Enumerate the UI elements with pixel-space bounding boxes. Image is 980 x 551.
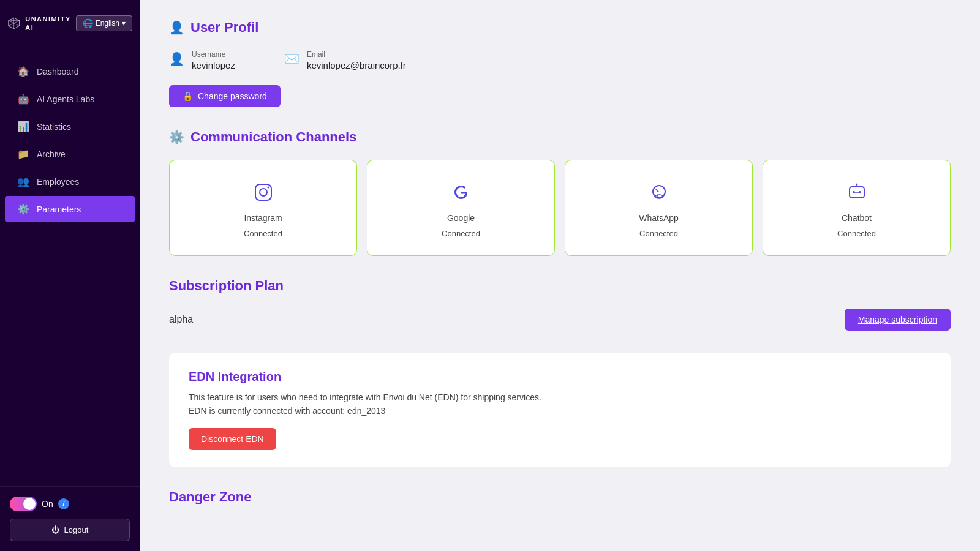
svg-point-8 — [267, 187, 269, 189]
chevron-down-icon: ▾ — [122, 19, 126, 28]
whatsapp-status: Connected — [639, 229, 678, 238]
gear-icon: ⚙️ — [169, 130, 184, 144]
svg-point-12 — [853, 191, 855, 193]
subscription-row: alpha Manage subscription — [169, 309, 951, 331]
danger-zone-section: Danger Zone — [169, 489, 951, 505]
sidebar-item-employees[interactable]: 👥Employees — [5, 168, 135, 195]
sidebar-item-archive[interactable]: 📁Archive — [5, 141, 135, 167]
change-password-label: Change password — [198, 91, 267, 101]
power-icon: ⏻ — [51, 525, 59, 534]
disconnect-edn-label: Disconnect EDN — [201, 434, 264, 444]
email-icon: ✉️ — [284, 51, 300, 66]
parameters-label: Parameters — [37, 204, 81, 214]
sidebar-header: UNANIMITY AI 🌐 English ▾ — [0, 0, 140, 47]
disconnect-edn-button[interactable]: Disconnect EDN — [189, 428, 276, 450]
dashboard-label: Dashboard — [37, 67, 79, 77]
language-button[interactable]: 🌐 English ▾ — [76, 15, 132, 31]
channels-grid: Instagram Connected Google Connected — [169, 160, 951, 256]
whatsapp-name: WhatsApp — [639, 213, 679, 223]
danger-zone-title: Danger Zone — [169, 489, 951, 505]
main-content: 👤 User Profil 👤 Username kevinlopez ✉️ E… — [140, 0, 980, 551]
profile-grid: 👤 Username kevinlopez ✉️ Email kevinlope… — [169, 50, 951, 70]
globe-icon: 🌐 — [83, 18, 93, 28]
chatbot-name: Chatbot — [842, 213, 872, 223]
user-icon: 👤 — [169, 20, 184, 35]
username-value: kevinlopez — [192, 60, 235, 70]
edn-title: EDN Integration — [189, 370, 931, 384]
username-info: Username kevinlopez — [192, 50, 235, 70]
manage-subscription-label: Manage subscription — [858, 315, 937, 324]
user-profile-section: 👤 User Profil 👤 Username kevinlopez ✉️ E… — [169, 20, 951, 107]
svg-rect-6 — [255, 184, 271, 200]
sidebar-nav: 🏠Dashboard🤖AI Agents Labs📊Statistics📁Arc… — [0, 47, 140, 486]
logout-label: Logout — [64, 525, 89, 534]
sidebar-item-dashboard[interactable]: 🏠Dashboard — [5, 58, 135, 84]
chatbot-icon — [842, 178, 872, 207]
archive-icon: 📁 — [17, 148, 29, 160]
email-value: kevinlopez@braincorp.fr — [307, 60, 406, 70]
google-status: Connected — [442, 229, 480, 238]
svg-point-9 — [653, 186, 665, 198]
google-card[interactable]: Google Connected — [367, 160, 555, 256]
email-label: Email — [307, 50, 406, 59]
app-name: UNANIMITY AI — [25, 15, 70, 32]
sidebar: UNANIMITY AI 🌐 English ▾ 🏠Dashboard🤖AI A… — [0, 0, 140, 551]
logout-button[interactable]: ⏻ Logout — [10, 519, 130, 541]
employees-icon: 👥 — [17, 176, 29, 187]
chatbot-card[interactable]: Chatbot Connected — [763, 160, 951, 256]
archive-label: Archive — [37, 149, 66, 159]
instagram-name: Instagram — [244, 213, 282, 223]
statistics-icon: 📊 — [17, 121, 29, 132]
change-password-button[interactable]: 🔒 Change password — [169, 85, 281, 107]
edn-description: This feature is for users who need to in… — [189, 392, 931, 402]
whatsapp-icon — [644, 178, 674, 207]
manage-subscription-button[interactable]: Manage subscription — [845, 309, 951, 331]
svg-point-16 — [856, 184, 858, 186]
parameters-icon: ⚙️ — [17, 203, 29, 215]
edn-account: EDN is currently connected with account:… — [189, 406, 931, 416]
toggle-thumb — [23, 498, 36, 510]
edn-card: EDN Integration This feature is for user… — [169, 353, 951, 467]
statistics-label: Statistics — [37, 122, 71, 132]
instagram-status: Connected — [244, 229, 282, 238]
ai-agents-labs-label: AI Agents Labs — [37, 94, 94, 104]
email-info: Email kevinlopez@braincorp.fr — [307, 50, 406, 70]
google-name: Google — [447, 213, 475, 223]
dashboard-icon: 🏠 — [17, 66, 29, 77]
google-icon — [447, 178, 476, 207]
svg-point-7 — [260, 189, 267, 196]
email-field: ✉️ Email kevinlopez@braincorp.fr — [284, 50, 406, 70]
user-profile-title: 👤 User Profil — [169, 20, 951, 36]
sidebar-footer: On i ⏻ Logout — [0, 486, 140, 551]
sidebar-item-ai-agents-labs[interactable]: 🤖AI Agents Labs — [5, 86, 135, 112]
toggle-row: On i — [10, 497, 130, 511]
chatbot-status: Connected — [837, 229, 876, 238]
username-field: 👤 Username kevinlopez — [169, 50, 235, 70]
toggle-switch[interactable] — [10, 497, 37, 511]
subscription-section: Subscription Plan alpha Manage subscript… — [169, 278, 951, 331]
subscription-title: Subscription Plan — [169, 278, 951, 294]
instagram-card[interactable]: Instagram Connected — [169, 160, 357, 256]
channels-title-text: Communication Channels — [190, 129, 356, 145]
svg-point-13 — [859, 191, 861, 193]
lock-icon: 🔒 — [183, 91, 193, 101]
ai-agents-labs-icon: 🤖 — [17, 93, 29, 105]
username-label: Username — [192, 50, 235, 59]
employees-label: Employees — [37, 177, 79, 187]
edn-section: EDN Integration This feature is for user… — [169, 353, 951, 467]
info-icon[interactable]: i — [58, 498, 69, 509]
language-label: English — [96, 19, 119, 28]
toggle-label: On — [42, 499, 53, 509]
sidebar-item-parameters[interactable]: ⚙️Parameters — [5, 196, 135, 222]
sidebar-item-statistics[interactable]: 📊Statistics — [5, 113, 135, 140]
instagram-icon — [249, 178, 278, 207]
channels-title: ⚙️ Communication Channels — [169, 129, 951, 145]
user-profile-title-text: User Profil — [190, 20, 258, 36]
communication-channels-section: ⚙️ Communication Channels Instagram Conn… — [169, 129, 951, 256]
logo-icon — [7, 9, 20, 38]
subscription-title-text: Subscription Plan — [169, 278, 284, 294]
plan-name: alpha — [169, 314, 193, 325]
person-icon: 👤 — [169, 51, 184, 66]
whatsapp-card[interactable]: WhatsApp Connected — [565, 160, 753, 256]
